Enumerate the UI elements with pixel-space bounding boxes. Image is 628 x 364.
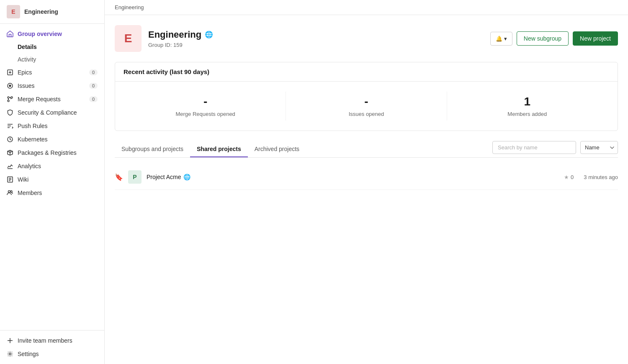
sidebar-item-label: Invite team members [18, 337, 72, 344]
sidebar-item-invite-team-members[interactable]: Invite team members [0, 334, 104, 347]
sidebar-group-name: Engineering [24, 8, 58, 15]
globe-icon: 🌐 [205, 31, 213, 38]
sidebar-item-label: Settings [18, 351, 39, 357]
mr-badge: 0 [89, 96, 98, 102]
sidebar-item-analytics[interactable]: Analytics [0, 159, 104, 173]
tab-actions: Name Created Updated Stars [492, 141, 618, 157]
sidebar-item-label: Issues [18, 82, 34, 89]
stat-value-issues: - [286, 95, 446, 108]
sidebar-item-packages-registries[interactable]: Packages & Registries [0, 146, 104, 159]
breadcrumb: Engineering [105, 0, 628, 15]
sidebar-item-push-rules[interactable]: Push Rules [0, 119, 104, 133]
project-globe-icon: 🌐 [183, 174, 190, 180]
sidebar-item-label: Members [18, 190, 42, 196]
activity-card: Recent activity (last 90 days) - Merge R… [115, 62, 618, 131]
sidebar-item-members[interactable]: Members [0, 186, 104, 200]
page-content: E Engineering 🌐 Group ID: 159 🔔 ▾ New su… [105, 15, 628, 364]
epics-icon [7, 69, 13, 76]
sidebar-item-kubernetes[interactable]: Kubernetes [0, 133, 104, 146]
svg-point-3 [8, 100, 9, 102]
wiki-icon [7, 176, 13, 183]
new-subgroup-button[interactable]: New subgroup [517, 31, 569, 46]
bookmark-icon[interactable]: 🔖 [115, 173, 123, 181]
svg-point-2 [8, 97, 9, 98]
sidebar-item-label: Security & Compliance [18, 109, 77, 116]
sidebar-item-activity-sub[interactable]: Activity [0, 53, 104, 66]
tab-archived-projects[interactable]: Archived projects [248, 141, 306, 157]
activity-card-header: Recent activity (last 90 days) [115, 62, 618, 82]
header-actions: 🔔 ▾ New subgroup New project [490, 31, 618, 46]
tab-label: Shared projects [197, 146, 241, 152]
star-icon: ★ [564, 174, 569, 180]
tab-label: Subgroups and projects [121, 146, 183, 152]
epics-badge: 0 [89, 69, 98, 75]
sidebar-header[interactable]: E Engineering [0, 0, 104, 24]
project-time: 3 minutes ago [584, 174, 618, 180]
search-input[interactable] [492, 141, 576, 154]
gear-icon [7, 351, 13, 357]
star-value: 0 [571, 174, 574, 180]
project-name-text: Project Acme [147, 174, 181, 180]
group-avatar-large: E [115, 25, 142, 52]
notification-chevron: ▾ [504, 36, 507, 42]
issues-icon [7, 82, 13, 89]
chart-icon [7, 163, 13, 169]
sidebar-item-epics[interactable]: Epics 0 [0, 66, 104, 79]
stat-issues: - Issues opened [286, 92, 446, 120]
push-rules-icon [7, 123, 13, 129]
svg-point-1 [9, 85, 11, 87]
svg-point-9 [9, 353, 11, 355]
sidebar-item-group-overview[interactable]: Group overview [0, 27, 104, 41]
sidebar-item-security-compliance[interactable]: Security & Compliance [0, 106, 104, 119]
stat-merge-requests: - Merge Requests opened [125, 92, 286, 120]
sidebar-item-label: Packages & Registries [18, 149, 77, 156]
stat-value-members: 1 [447, 95, 607, 108]
sidebar-item-label: Kubernetes [18, 136, 48, 143]
sidebar-item-label: Epics [18, 69, 32, 76]
stat-members: 1 Members added [447, 92, 607, 120]
tabs-section: Subgroups and projects Shared projects A… [115, 141, 618, 190]
tabs-header: Subgroups and projects Shared projects A… [115, 141, 618, 158]
sidebar-sub-label: Details [18, 44, 37, 50]
sidebar: E Engineering Group overview Details Act… [0, 0, 105, 364]
notification-button[interactable]: 🔔 ▾ [490, 32, 512, 46]
project-meta: ★ 0 3 minutes ago [564, 174, 618, 180]
sidebar-item-details[interactable]: Details [0, 41, 104, 53]
group-name: Engineering [148, 29, 201, 40]
svg-point-7 [8, 191, 10, 193]
sidebar-sub-label: Activity [18, 56, 36, 63]
group-id: Group ID: 159 [148, 42, 490, 48]
sidebar-item-merge-requests[interactable]: Merge Requests 0 [0, 92, 104, 106]
star-count: ★ 0 [564, 174, 574, 180]
tab-subgroups-projects[interactable]: Subgroups and projects [115, 141, 190, 157]
project-list: 🔖 P Project Acme 🌐 ★ 0 3 minutes ago [115, 164, 618, 190]
project-name[interactable]: Project Acme 🌐 [147, 174, 190, 180]
stat-value-mr: - [125, 95, 286, 108]
sidebar-item-label: Wiki [18, 176, 28, 183]
shield-icon [7, 109, 13, 116]
project-icon: P [128, 170, 142, 184]
tab-shared-projects[interactable]: Shared projects [190, 141, 248, 157]
bell-icon: 🔔 [496, 36, 502, 42]
sidebar-item-settings[interactable]: Settings [0, 347, 104, 361]
sort-select[interactable]: Name Created Updated Stars [580, 141, 618, 154]
sidebar-item-wiki[interactable]: Wiki [0, 173, 104, 186]
kubernetes-icon [7, 136, 13, 143]
sidebar-item-label: Merge Requests [18, 96, 61, 103]
group-name-row: Engineering 🌐 [148, 29, 490, 40]
main-content: Engineering E Engineering 🌐 Group ID: 15… [105, 0, 628, 364]
sidebar-nav: Group overview Details Activity Epics 0 [0, 24, 104, 330]
sidebar-item-label: Analytics [18, 163, 41, 169]
sidebar-item-label: Push Rules [18, 123, 48, 129]
members-icon [7, 190, 13, 196]
stat-label-issues: Issues opened [286, 111, 446, 117]
breadcrumb-text: Engineering [115, 4, 144, 10]
home-icon [7, 31, 13, 37]
group-header: E Engineering 🌐 Group ID: 159 🔔 ▾ New su… [115, 25, 618, 52]
stat-label-mr: Merge Requests opened [125, 111, 286, 117]
sidebar-bottom: Invite team members Settings [0, 330, 104, 364]
sidebar-item-issues[interactable]: Issues 0 [0, 79, 104, 92]
merge-requests-icon [7, 96, 13, 103]
package-icon [7, 149, 13, 156]
new-project-button[interactable]: New project [573, 31, 618, 46]
